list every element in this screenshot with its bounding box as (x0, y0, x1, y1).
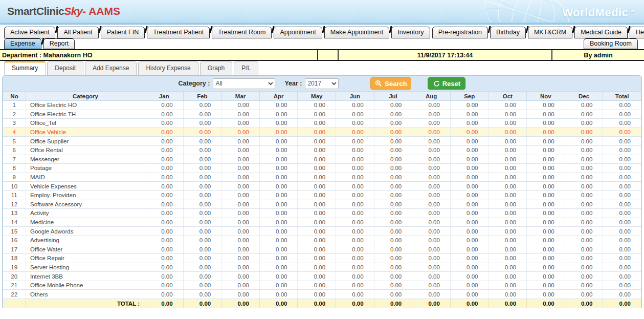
tab-deposit[interactable]: Deposit (47, 61, 83, 75)
category-cell: Office Electric TH (26, 110, 145, 119)
value-cell: 0.00 (527, 137, 565, 146)
table-row[interactable]: 5Office Supplier0.000.000.000.000.000.00… (3, 137, 641, 146)
table-row[interactable]: 7Messenger0.000.000.000.000.000.000.000.… (3, 155, 641, 164)
value-cell: 0.00 (221, 119, 260, 128)
value-cell: 0.00 (298, 182, 336, 191)
table-row[interactable]: 19Server Hosting0.000.000.000.000.000.00… (3, 263, 641, 272)
table-row[interactable]: 10Vehicle Expenses0.000.000.000.000.000.… (3, 182, 641, 191)
value-cell: 0.00 (259, 190, 298, 200)
value-cell: 0.00 (374, 218, 412, 227)
category-cell: MAID (26, 173, 145, 182)
value-cell: 0.00 (374, 200, 412, 209)
row-number-cell: 11 (3, 190, 26, 200)
info-bar: Department : Mahanakorn HO 11/9/2017 17:… (0, 49, 644, 61)
value-cell: 0.00 (488, 101, 527, 110)
nav-tab-appointment[interactable]: Appointment (274, 27, 322, 38)
value-cell: 0.00 (450, 254, 488, 263)
table-row[interactable]: 4Office Vehicle0.000.000.000.000.000.000… (3, 127, 641, 137)
nav-tab-booking-room[interactable]: Booking Room (584, 38, 638, 49)
nav-tab-help[interactable]: Help (630, 27, 644, 38)
tab-graph[interactable]: Graph (200, 61, 232, 75)
value-cell: 0.00 (527, 145, 565, 155)
value-cell: 0.00 (527, 155, 565, 164)
column-header-aug: Aug (412, 92, 451, 101)
year-select[interactable]: 2017 (305, 78, 339, 89)
value-cell: 0.00 (603, 173, 641, 182)
tab-add-expense[interactable]: Add Expense (85, 61, 137, 75)
table-row[interactable]: 18Office Repair0.000.000.000.000.000.000… (3, 254, 641, 263)
reset-button[interactable]: Reset (428, 77, 465, 90)
table-row[interactable]: 16Advertising0.000.000.000.000.000.000.0… (3, 236, 641, 245)
value-cell: 0.00 (603, 209, 641, 218)
table-row[interactable]: 2Office Electric TH0.000.000.000.000.000… (3, 110, 641, 119)
table-row[interactable]: 21Office Mobile Phone0.000.000.000.000.0… (3, 281, 641, 290)
nav-tab-mkt-crm[interactable]: MKT&CRM (528, 27, 572, 38)
table-row[interactable]: 3Office_Tel0.000.000.000.000.000.000.000… (3, 119, 641, 128)
worldmedic-brand: WorldMedicTM (562, 6, 635, 19)
table-row[interactable]: 20Internet 3BB0.000.000.000.000.000.000.… (3, 272, 641, 281)
category-cell: Activity (26, 209, 145, 218)
nav-tab-expense[interactable]: Expense (4, 38, 41, 49)
nav-tab-report[interactable]: Report (43, 38, 75, 49)
table-row[interactable]: 13Activity0.000.000.000.000.000.000.000.… (3, 209, 641, 218)
table-row[interactable]: 14Medicine0.000.000.000.000.000.000.000.… (3, 218, 641, 227)
total-value-cell: 0.00 (527, 299, 565, 308)
table-row[interactable]: 1Office Electric HO0.000.000.000.000.000… (3, 101, 641, 110)
nav-tab-all-patient[interactable]: All Patient (57, 27, 98, 38)
nav-tab-birthday[interactable]: Birthday (490, 27, 526, 38)
value-cell: 0.00 (259, 263, 298, 272)
table-row[interactable]: 11Employ. Providen0.000.000.000.000.000.… (3, 190, 641, 200)
value-cell: 0.00 (336, 272, 374, 281)
value-cell: 0.00 (488, 164, 527, 173)
table-row[interactable]: 15Google Adwords0.000.000.000.000.000.00… (3, 227, 641, 236)
value-cell: 0.00 (603, 245, 641, 254)
nav-tab-medical-guide[interactable]: Medical Guide (574, 27, 628, 38)
tab-summary[interactable]: Summary (4, 61, 46, 75)
value-cell: 0.00 (259, 245, 298, 254)
value-cell: 0.00 (450, 155, 488, 164)
table-row[interactable]: 17Office Water0.000.000.000.000.000.000.… (3, 245, 641, 254)
value-cell: 0.00 (412, 245, 451, 254)
row-number-cell: 15 (3, 227, 26, 236)
row-number-cell: 7 (3, 155, 26, 164)
table-row[interactable]: 6Offce Rental0.000.000.000.000.000.000.0… (3, 145, 641, 155)
value-cell: 0.00 (183, 164, 221, 173)
value-cell: 0.00 (450, 263, 488, 272)
value-cell: 0.00 (412, 263, 451, 272)
total-value-cell: 0.00 (603, 299, 641, 308)
nav-tab-active-patient[interactable]: Active Patient (4, 27, 55, 38)
value-cell: 0.00 (603, 127, 641, 137)
value-cell: 0.00 (603, 182, 641, 191)
value-cell: 0.00 (603, 227, 641, 236)
nav-tab-patient-fin[interactable]: Patient FIN (101, 27, 145, 38)
search-button[interactable]: Search (370, 77, 411, 90)
table-row[interactable]: 8Postage0.000.000.000.000.000.000.000.00… (3, 164, 641, 173)
info-bar-spacer (318, 50, 339, 60)
category-cell: Software Accessory (26, 200, 145, 209)
nav-tab-make-appointment[interactable]: Make Appointment (324, 27, 390, 38)
nav-tab-inventory[interactable]: Inventory (391, 27, 430, 38)
table-row[interactable]: 22Others0.000.000.000.000.000.000.000.00… (3, 290, 641, 299)
column-header-sep: Sep (450, 92, 488, 101)
nav-tab-treatment-room[interactable]: Treatment Room (212, 27, 272, 38)
row-number-cell: 3 (3, 119, 26, 128)
app-banner: SmartClinicSky- AAMS WorldMedicTM (0, 0, 644, 25)
value-cell: 0.00 (183, 127, 221, 137)
value-cell: 0.00 (450, 137, 488, 146)
value-cell: 0.00 (603, 254, 641, 263)
value-cell: 0.00 (183, 263, 221, 272)
category-select[interactable]: All (213, 78, 275, 89)
nav-tab-pre-registration[interactable]: Pre-registration (432, 27, 488, 38)
nav-tab-treatment-patient[interactable]: Treatment Patient (147, 27, 210, 38)
tab-p-l[interactable]: P/L (234, 61, 258, 75)
table-row[interactable]: 12Software Accessory0.000.000.000.000.00… (3, 200, 641, 209)
category-cell: Employ. Providen (26, 190, 145, 200)
table-row[interactable]: 9MAID0.000.000.000.000.000.000.000.000.0… (3, 173, 641, 182)
tab-history-expense[interactable]: History Expense (138, 61, 198, 75)
value-cell: 0.00 (221, 145, 260, 155)
value-cell: 0.00 (488, 119, 527, 128)
category-cell: Office_Tel (26, 119, 145, 128)
value-cell: 0.00 (412, 218, 451, 227)
value-cell: 0.00 (603, 137, 641, 146)
value-cell: 0.00 (336, 127, 374, 137)
